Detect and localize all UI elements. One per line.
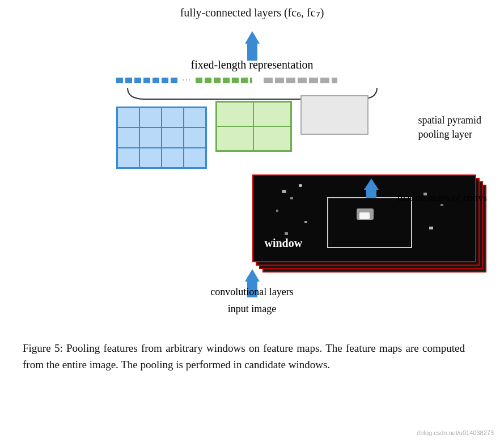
grid-cell bbox=[253, 102, 291, 126]
feature-blob bbox=[429, 227, 433, 229]
grid-cell bbox=[162, 148, 184, 168]
grid-cell bbox=[217, 102, 254, 126]
spp-label: spatial pyramid pooling layer bbox=[418, 113, 481, 142]
bar-blue bbox=[116, 78, 179, 83]
grid-cell bbox=[162, 127, 184, 147]
window-bright-core bbox=[359, 212, 370, 219]
grid-cell bbox=[184, 148, 206, 168]
arrow-head-inner bbox=[364, 178, 379, 190]
conv-layers-label: convolutional layers bbox=[210, 286, 293, 298]
arrow-to-fc bbox=[245, 31, 260, 61]
feature-blob bbox=[290, 197, 293, 199]
grid-cell bbox=[139, 127, 162, 147]
arrow-to-pyramid bbox=[364, 178, 379, 198]
grid-gray bbox=[300, 95, 369, 135]
grid-cell bbox=[117, 108, 139, 127]
grid-cell bbox=[117, 127, 139, 147]
input-image-label: input image bbox=[228, 303, 276, 315]
pyramid-area bbox=[111, 101, 394, 174]
grid-green bbox=[215, 101, 292, 152]
feature-maps-label: feature maps of conv₅ bbox=[397, 191, 487, 204]
grid-cell bbox=[162, 108, 184, 127]
main-container: fully-connected layers (fc₆, fc₇) fixed-… bbox=[0, 0, 504, 443]
window-box bbox=[327, 197, 412, 248]
arrow-shaft-inner bbox=[366, 190, 376, 198]
grid-cell bbox=[253, 126, 291, 151]
feature-blob bbox=[304, 221, 307, 223]
grid-cell bbox=[139, 108, 162, 127]
feature-blob bbox=[285, 232, 288, 235]
window-label: window bbox=[265, 237, 303, 250]
arrow-head-conv bbox=[245, 269, 260, 282]
dark-layer-top: window bbox=[252, 174, 476, 262]
grid-cell bbox=[139, 148, 162, 168]
caption-text: Figure 5: Pooling features from arbitrar… bbox=[23, 340, 465, 373]
fixed-length-label: fixed-length representation bbox=[190, 58, 313, 71]
arrow-head-1 bbox=[245, 31, 260, 44]
grid-cell bbox=[184, 127, 206, 147]
color-bars: ··· bbox=[116, 76, 388, 84]
grid-cell bbox=[217, 126, 254, 151]
feature-blob bbox=[299, 184, 302, 187]
bar-dots: ··· bbox=[179, 76, 196, 85]
feature-blob bbox=[276, 210, 278, 212]
watermark: //blog.csdn.net/u014038273 bbox=[417, 429, 494, 436]
feature-blob bbox=[282, 190, 286, 193]
bar-green bbox=[196, 78, 252, 83]
grid-cell bbox=[184, 108, 206, 127]
bar-gray bbox=[264, 78, 337, 83]
grid-cell bbox=[117, 148, 139, 168]
top-label: fully-connected layers (fc₆, fc₇) bbox=[180, 6, 324, 19]
caption-area: Figure 5: Pooling features from arbitrar… bbox=[23, 340, 465, 373]
feature-blob bbox=[441, 204, 443, 206]
grid-blue bbox=[116, 107, 207, 169]
